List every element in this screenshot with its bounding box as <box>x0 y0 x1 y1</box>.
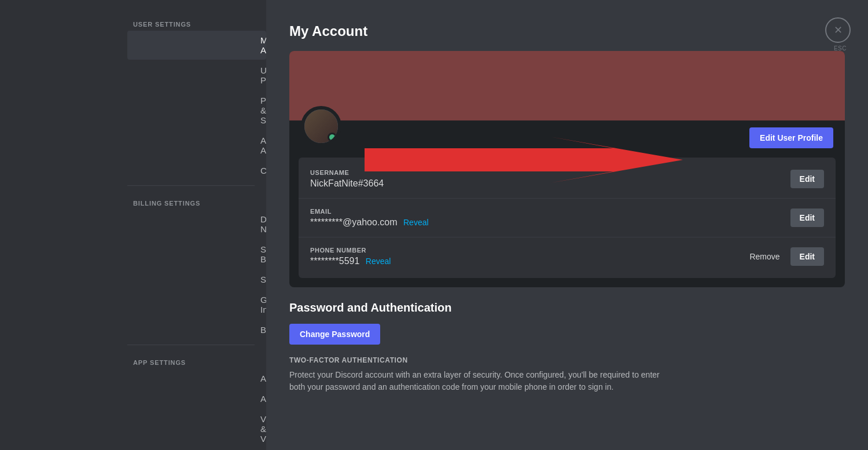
profile-banner <box>289 51 845 120</box>
phone-reveal-link[interactable]: Reveal <box>366 257 391 266</box>
username-info-right: Edit <box>790 170 824 188</box>
username-info-left: USERNAME NickFatNite#3664 <box>310 169 790 189</box>
close-icon: ✕ <box>834 24 843 36</box>
app-settings-section-label: APP SETTINGS <box>0 350 266 368</box>
sidebar: USER SETTINGS My Account User Profile Pr… <box>0 0 266 450</box>
email-info-left: EMAIL *********@yahoo.com Reveal <box>310 208 790 228</box>
email-masked: *********@yahoo.com <box>310 217 398 227</box>
sidebar-item-label: Privacy & Safety <box>260 96 266 125</box>
sidebar-item-label: Authorized Apps <box>260 136 266 155</box>
sidebar-item-gift-inventory[interactable]: Gift Inventory <box>127 290 266 319</box>
email-value: *********@yahoo.com Reveal <box>310 217 790 228</box>
phone-remove-button[interactable]: Remove <box>745 251 784 262</box>
password-auth-section: Password and Authentication Change Passw… <box>289 301 845 393</box>
sidebar-item-connections[interactable]: Connections <box>127 161 266 180</box>
sidebar-divider-2 <box>127 345 255 345</box>
tfa-description: Protect your Discord account with an ext… <box>289 369 660 393</box>
close-button[interactable]: ✕ <box>825 17 851 43</box>
email-label: EMAIL <box>310 208 790 215</box>
email-edit-button[interactable]: Edit <box>790 208 824 227</box>
change-password-button[interactable]: Change Password <box>289 324 380 345</box>
sidebar-item-label: Accessibility <box>260 394 266 404</box>
phone-row: PHONE NUMBER ********5591 Reveal Remove … <box>299 237 836 276</box>
sidebar-divider-1 <box>127 185 255 186</box>
password-section-title: Password and Authentication <box>289 301 845 314</box>
sidebar-item-voice-video[interactable]: Voice & Video <box>127 409 266 448</box>
sidebar-item-appearance[interactable]: Appearance <box>127 369 266 388</box>
sidebar-item-label: Connections <box>260 166 266 175</box>
phone-value: ********5591 Reveal <box>310 256 745 266</box>
avatar <box>301 106 341 147</box>
sidebar-item-label: User Profile <box>260 65 266 85</box>
sidebar-item-label: Gift Inventory <box>260 295 266 314</box>
username-edit-button[interactable]: Edit <box>790 170 824 188</box>
sidebar-item-label: My Account <box>260 35 266 55</box>
email-row: EMAIL *********@yahoo.com Reveal Edit <box>299 199 836 237</box>
sidebar-item-privacy-safety[interactable]: Privacy & Safety <box>127 91 266 130</box>
phone-masked: ********5591 <box>310 256 359 266</box>
sidebar-item-label: Voice & Video <box>260 414 266 444</box>
online-status-dot <box>328 133 337 142</box>
edit-profile-button[interactable]: Edit User Profile <box>749 127 833 148</box>
sidebar-item-label: Server Boost <box>260 244 266 264</box>
sidebar-item-discord-nitro[interactable]: Discord Nitro ⊕ <box>127 210 266 239</box>
phone-label: PHONE NUMBER <box>310 247 745 254</box>
user-settings-section-label: USER SETTINGS <box>0 12 266 30</box>
tfa-label: TWO-FACTOR AUTHENTICATION <box>289 356 845 364</box>
sidebar-item-authorized-apps[interactable]: Authorized Apps <box>127 131 266 160</box>
sidebar-item-label: Billing <box>260 325 266 335</box>
page-title: My Account <box>289 23 845 39</box>
sidebar-item-my-account[interactable]: My Account <box>127 31 266 60</box>
phone-info-left: PHONE NUMBER ********5591 Reveal <box>310 247 745 266</box>
sidebar-item-subscriptions[interactable]: Subscriptions <box>127 270 266 289</box>
account-info-section: USERNAME NickFatNite#3664 Edit EMAIL ***… <box>299 158 836 278</box>
username-value: NickFatNite#3664 <box>310 178 790 189</box>
sidebar-item-label: Subscriptions <box>260 275 266 284</box>
billing-settings-section-label: BILLING SETTINGS <box>0 191 266 209</box>
phone-info-right: Remove Edit <box>745 247 824 266</box>
sidebar-item-billing[interactable]: Billing <box>127 320 266 339</box>
profile-info-row: Edit User Profile <box>289 120 845 158</box>
profile-card: Edit User Profile USERNAME NickFatNite#3… <box>289 51 845 287</box>
main-content: ✕ ESC My Account Edit User Profile <box>266 0 868 450</box>
username-row: USERNAME NickFatNite#3664 Edit <box>299 160 836 199</box>
sidebar-item-accessibility[interactable]: Accessibility <box>127 389 266 408</box>
sidebar-item-label: Appearance <box>260 374 266 383</box>
sidebar-item-server-boost[interactable]: Server Boost <box>127 240 266 269</box>
phone-edit-button[interactable]: Edit <box>790 247 824 266</box>
sidebar-item-label: Discord Nitro <box>260 214 266 234</box>
email-reveal-link[interactable]: Reveal <box>403 218 429 227</box>
sidebar-item-user-profile[interactable]: User Profile <box>127 61 266 90</box>
username-label: USERNAME <box>310 169 790 176</box>
email-info-right: Edit <box>790 208 824 227</box>
